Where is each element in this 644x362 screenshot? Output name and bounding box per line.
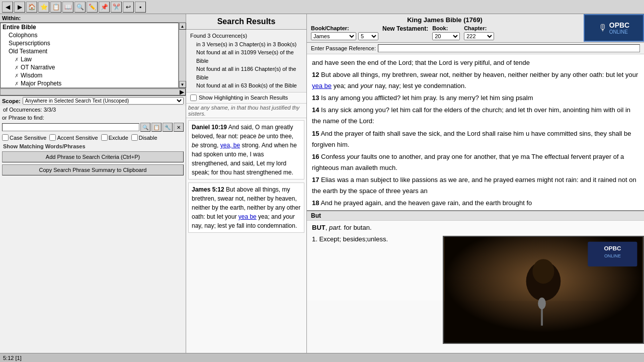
- old-testament-label: Old Testament: [9, 48, 47, 55]
- tree-item-ot-narrative[interactable]: ✗ OT Narrative: [1, 63, 178, 71]
- tree-item-colophons[interactable]: Colophons: [1, 31, 178, 39]
- show-highlight-checkbox[interactable]: [190, 95, 197, 101]
- clear-btn[interactable]: ✕: [174, 123, 184, 132]
- opbc-text: OPBC ONLINE: [609, 21, 629, 35]
- testament-group: New Testament:: [382, 25, 428, 40]
- disable-checkbox[interactable]: [131, 134, 138, 141]
- expand-tree-btn[interactable]: ▶: [0, 88, 186, 96]
- verse-16-text1: Confess: [321, 153, 347, 160]
- search-btn[interactable]: 🔍: [140, 123, 150, 132]
- accent-sensitive-checkbox[interactable]: [49, 134, 56, 141]
- passage-label: Enter Passage Reference:: [311, 45, 376, 51]
- toolbar-btn-star[interactable]: ⭐: [38, 2, 49, 13]
- verse-15: 15 And the prayer of faith shall save th…: [312, 128, 639, 150]
- occurrences-row: of Occurrences: 3/3/3: [0, 106, 186, 114]
- testament-label: New Testament:: [382, 25, 428, 32]
- x-icon-prophets: ✗: [15, 81, 19, 86]
- verse-12-highlight: yea be: [312, 82, 332, 89]
- search-results-title: Search Results: [186, 14, 306, 30]
- accent-sensitive-label: Accent Sensitive: [57, 135, 98, 141]
- summary-line2: in 3 Verse(s) in 3 Chapter(s) in 3 Book(…: [190, 40, 302, 49]
- tools-btn[interactable]: 🔧: [163, 123, 173, 132]
- toolbar-btn-back[interactable]: ◀: [2, 2, 13, 13]
- summary-line4: Not found at all in 1186 Chapter(s) of t…: [190, 65, 302, 81]
- occurrences-label: of Occurrences: 3/3/3: [3, 107, 56, 113]
- mic-icon: 🎙: [598, 23, 607, 33]
- toolbar-btn-clipboard[interactable]: 📋: [50, 2, 61, 13]
- phrase-row: or Phrase to find:: [0, 114, 186, 122]
- verse-15-num: 15: [312, 130, 319, 137]
- law-label: Law: [21, 56, 32, 63]
- tree-item-entire-bible[interactable]: Entire Bible: [1, 23, 178, 31]
- chapter-num-select[interactable]: 222: [464, 32, 494, 40]
- svg-point-6: [538, 298, 546, 310]
- search-options: Case Sensitive Accent Sensitive Exclude …: [0, 133, 186, 142]
- nav-controls: Book/Chapter: James 5 New Testament:: [311, 25, 579, 40]
- tree-scrollbar[interactable]: ▲ ▼: [179, 23, 186, 88]
- scroll-up-btn[interactable]: ▲: [179, 23, 186, 30]
- tree-item-major-prophets[interactable]: ✗ Major Prophets: [1, 79, 178, 87]
- matching-words[interactable]: Show Matching Words/Phrases: [0, 142, 186, 150]
- exclude-checkbox[interactable]: [101, 134, 108, 141]
- verse-17: 17 Elias was a man subject to like passi…: [312, 174, 639, 197]
- toolbar-btn-pin[interactable]: 📌: [99, 2, 110, 13]
- results-scroll[interactable]: Daniel 10:19 And said, O man greatly bel…: [186, 118, 306, 353]
- daniel-text3: strong,: [198, 142, 220, 149]
- tree-item-wisdom[interactable]: ✗ Wisdom: [1, 71, 178, 79]
- passage-input[interactable]: [378, 44, 640, 52]
- chapter-num-label: Chapter:: [464, 25, 494, 31]
- opbc-main-text: OPBC: [609, 21, 629, 30]
- case-sensitive-checkbox[interactable]: [2, 134, 9, 141]
- show-highlight-label: Show Highlighting in Search Results: [199, 95, 288, 101]
- copy-small-btn[interactable]: 📋: [151, 123, 162, 132]
- verse-14: 14 Is any sick among you? let him call f…: [312, 105, 639, 127]
- bible-text-area[interactable]: and have seen the end of the Lord; that …: [307, 54, 644, 210]
- ot-narrative-label: OT Narrative: [21, 64, 55, 71]
- toolbar-btn-home[interactable]: 🏠: [26, 2, 37, 13]
- daniel-be2: be: [192, 142, 198, 149]
- tree-item-superscriptions[interactable]: Superscriptions: [1, 39, 178, 47]
- book-select[interactable]: James: [311, 32, 356, 40]
- tree-item-old-testament[interactable]: Old Testament: [1, 47, 178, 55]
- right-panel: King James Bible (1769) Book/Chapter: Ja…: [307, 14, 644, 353]
- dict-entry: BUT: [312, 224, 326, 231]
- toolbar-btn-misc[interactable]: ▪: [135, 2, 146, 13]
- scroll-down-btn[interactable]: ▼: [179, 81, 186, 88]
- scope-label: Scope:: [2, 98, 21, 104]
- chapter-select[interactable]: 5: [358, 32, 378, 40]
- james-ref: James 5:12: [192, 186, 224, 193]
- daniel-ref: Daniel 10:19: [192, 124, 227, 131]
- toolbar-btn-scissors[interactable]: ✂️: [111, 2, 122, 13]
- major-prophets-label: Major Prophets: [21, 80, 61, 87]
- daniel-text2: unto thee,: [265, 133, 293, 140]
- add-phrase-btn[interactable]: Add Phrase to Search Criteria (Ctrl+P): [2, 151, 184, 162]
- result-item-james[interactable]: James 5:12 But above all things, my bret…: [188, 183, 304, 233]
- toolbar-btn-search[interactable]: 🔍: [74, 2, 86, 13]
- toolbar-btn-undo[interactable]: ↩: [123, 2, 134, 13]
- accent-sensitive-option[interactable]: Accent Sensitive: [49, 134, 98, 141]
- book-chapter-label: Book/Chapter:: [311, 25, 378, 31]
- disable-option[interactable]: Disable: [131, 134, 157, 141]
- toolbar-btn-forward[interactable]: ▶: [14, 2, 25, 13]
- show-highlight-row: Show Highlighting in Search Results: [186, 93, 306, 104]
- book-chapter-selects: James 5: [311, 32, 378, 40]
- verse-16-num: 16: [312, 153, 319, 160]
- verse-12-your: your: [360, 82, 373, 89]
- result-item-daniel[interactable]: Daniel 10:19 And said, O man greatly bel…: [188, 120, 304, 179]
- case-sensitive-label: Case Sensitive: [10, 135, 46, 141]
- opbc-online-text: ONLINE: [609, 29, 629, 35]
- tree-item-law[interactable]: ✗ Law: [1, 55, 178, 63]
- phrase-input[interactable]: [2, 123, 139, 131]
- james-your: your: [283, 213, 294, 220]
- verse-13-num: 13: [312, 94, 319, 102]
- case-sensitive-option[interactable]: Case Sensitive: [2, 134, 46, 141]
- passage-row: Enter Passage Reference:: [307, 43, 644, 54]
- scope-select[interactable]: Anywhere in Selected Search Text (Unscop…: [23, 97, 184, 105]
- tree-container[interactable]: Entire Bible Colophons Superscriptions O…: [0, 23, 179, 88]
- exclude-option[interactable]: Exclude: [101, 134, 128, 141]
- toolbar-btn-pencil[interactable]: ✏️: [87, 2, 98, 13]
- book-num-select[interactable]: 20: [432, 32, 460, 40]
- copy-summary-btn[interactable]: Copy Search Phrase Summary to Clipboard: [2, 164, 184, 175]
- toolbar-btn-book[interactable]: 📖: [62, 2, 73, 13]
- verse-12-text2: yea; and: [332, 82, 360, 89]
